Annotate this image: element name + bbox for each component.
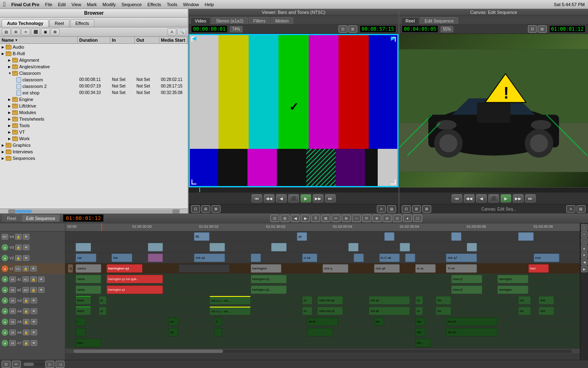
menu-view[interactable]: View (71, 2, 81, 7)
v1-vis[interactable]: 👁 (30, 266, 37, 272)
a7-mute[interactable]: M (9, 340, 16, 346)
tree-classroom2[interactable]: classroom 2 00:00:07:19 Not Set Not Set … (0, 83, 188, 90)
menu-effects[interactable]: Effects (147, 2, 161, 7)
v1-select[interactable]: V1 (15, 266, 21, 272)
track-a3-content[interactable]: teach |d rick u1 |-- mix.... mi carlo-ri… (65, 295, 580, 305)
transport-goto-end[interactable]: ⏭ (325, 194, 336, 202)
v3-enable[interactable]: ● (2, 244, 8, 251)
canvas-transport-rev[interactable]: ◀ (476, 194, 487, 202)
timeline-tab-edit[interactable]: Edit Sequence (22, 215, 60, 222)
clip-a3-teach1[interactable]: teach (76, 296, 91, 305)
menu-sequence[interactable]: Sequence (122, 2, 142, 7)
clip-rick-q4[interactable]: rick q4 (374, 264, 400, 273)
tree-work[interactable]: ▶ Work (0, 135, 188, 142)
a6-lock[interactable]: 🔒 (23, 330, 29, 335)
clip-a2-misa[interactable]: misa q7 (451, 285, 482, 294)
a3-enable[interactable]: ● (2, 297, 8, 304)
canvas-btn-1[interactable]: ⊡ (528, 25, 537, 33)
sidebar-tool-2[interactable]: + (581, 231, 588, 238)
canvas-transport-end[interactable]: ⏭ (525, 194, 536, 202)
clip-a6-ti[interactable] (214, 328, 222, 337)
viewer-tab-motion[interactable]: Motion (271, 17, 293, 24)
transport-goto-start[interactable]: ⏮ (252, 194, 262, 202)
tl-btn-9[interactable]: ↔ (352, 215, 361, 222)
a1-vis[interactable]: 👁 (38, 276, 45, 282)
clip-v4-m[interactable]: m (297, 232, 307, 241)
tree-tools[interactable]: ▶ Tools (0, 122, 188, 129)
a4-mute[interactable]: M (9, 308, 16, 314)
a1-lock[interactable]: 🔒 (30, 276, 37, 282)
tree-audio[interactable]: ▶ Audio (0, 44, 188, 50)
viewer-extra-5[interactable]: ▤ (387, 205, 396, 213)
a7-lock[interactable]: 🔒 (23, 340, 29, 346)
menu-modify[interactable]: Modify (102, 2, 116, 7)
viewer-btn-1[interactable]: ⊡ (339, 25, 347, 33)
browser-tab-auto[interactable]: Auto Technology (2, 19, 49, 27)
clip-v2-end[interactable]: end (534, 254, 559, 262)
clip-a6-mis[interactable]: mis (415, 328, 425, 337)
a5-vis[interactable]: 👁 (31, 319, 37, 325)
sidebar-tool-6[interactable]: ◀ (581, 259, 588, 265)
scroll-right[interactable] (172, 209, 180, 213)
clip-ti-mi[interactable]: Ti mi (446, 264, 477, 273)
tree-vt[interactable]: ▶ VT (0, 129, 188, 135)
transport-prev-frame[interactable]: ◀◀ (264, 194, 274, 202)
hscroll-thumb[interactable] (74, 350, 223, 353)
viewer-extra-3[interactable]: ⊠ (212, 205, 220, 213)
sidebar-tool-3[interactable]: - (581, 238, 588, 245)
viewer-zoom[interactable]: 74% (230, 26, 242, 32)
tree-alignment[interactable]: ▶ Alignment (0, 57, 188, 63)
clip-v4-y[interactable] (451, 232, 461, 241)
track-a5-content[interactable]: t car ti ali ali wh mis rick q7 ... (65, 316, 580, 327)
toolbar-btn-2[interactable]: ⊞ (11, 28, 20, 36)
bottom-btn-1[interactable]: ⊡ (2, 361, 11, 368)
clip-a3-rickq4[interactable]: rick q4 (369, 296, 410, 305)
clip-a3-end[interactable]: end (539, 296, 554, 305)
canvas-scrubber[interactable] (399, 187, 588, 192)
a2-lock[interactable]: 🔒 (30, 287, 37, 293)
timeline-tab-reel[interactable]: Reel (2, 215, 21, 222)
browser-scrollbar[interactable] (0, 209, 188, 213)
tree-extshop[interactable]: ext shop 00:00:34:10 Not Set Not Set 00:… (0, 90, 188, 96)
track-v2-content[interactable]: car har rick q1 ci ca in-C ali rick q7 e… (65, 253, 580, 263)
clip-v3-a[interactable] (76, 243, 91, 251)
toolbar-btn-6[interactable]: ⊠ (51, 28, 60, 36)
clip-a4-co[interactable]: co (415, 307, 423, 315)
col-name[interactable]: Name ▼ (0, 37, 78, 43)
menu-fcp[interactable]: Final Cut Pro (11, 2, 39, 7)
a1-enable[interactable]: ● (2, 276, 8, 283)
canvas-tab-reel[interactable]: Reel (401, 17, 419, 24)
tl-btn-3[interactable]: ◀ (291, 215, 300, 222)
clip-v3-g[interactable] (467, 243, 477, 251)
v3-vis[interactable]: 👁 (23, 245, 29, 250)
clip-v3-d[interactable] (271, 243, 287, 251)
v4-vis[interactable]: 👁 (23, 234, 29, 240)
clip-a5-ali[interactable]: ali ali (307, 317, 338, 326)
a3-vis[interactable]: 👁 (31, 298, 37, 303)
clip-a3-ld1[interactable]: |d (99, 296, 107, 305)
clip-a4-end[interactable]: end (539, 307, 554, 315)
canvas-zoom[interactable]: 55% (441, 26, 453, 32)
canvas-tab-edit[interactable]: Edit Sequence (420, 17, 459, 24)
viewer-scrubber[interactable] (189, 187, 399, 192)
clip-v1-gap[interactable] (178, 264, 230, 273)
clip-a1-harrington2[interactable]: harrington q2... (251, 275, 287, 283)
browser-content[interactable]: ▶ Audio ▶ B-Roll (0, 44, 188, 209)
clip-v2-d[interactable] (405, 254, 415, 262)
a5-mute[interactable]: M (9, 319, 16, 325)
menu-help[interactable]: Help (205, 2, 214, 7)
scroll-left[interactable] (8, 209, 16, 213)
col-duration[interactable]: Duration (78, 37, 110, 43)
clip-a5-car[interactable]: car (168, 317, 178, 326)
clip-rick-q1[interactable]: rick q1 (194, 254, 225, 262)
track-a4-content[interactable]: teach |d rick u1 |-- mix.... mi carlo-ri… (65, 306, 580, 316)
viewer-extra-4[interactable]: A (377, 205, 386, 213)
tree-classroom[interactable]: ▼ Classroom (0, 70, 188, 76)
canvas-transport-start[interactable]: ⏮ (452, 194, 462, 202)
canvas-extra-3[interactable]: ⊠ (422, 205, 431, 213)
a1-select[interactable]: A1 (22, 276, 29, 282)
clip-v1-01[interactable]: 0| (68, 264, 73, 273)
clip-a4-tires[interactable]: tire (436, 307, 451, 315)
toolbar-btn-5[interactable]: ▣ (41, 28, 50, 36)
clip-infc[interactable]: in-C ali (379, 254, 400, 262)
